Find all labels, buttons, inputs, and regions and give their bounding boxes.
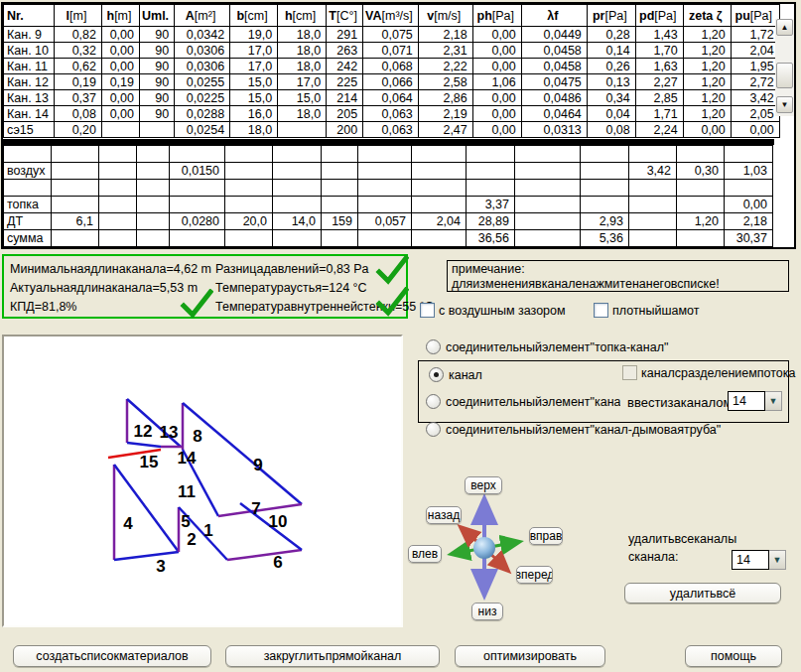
table-cell — [412, 197, 467, 213]
table-cell — [137, 230, 170, 247]
move-up-button[interactable]: верх — [465, 476, 502, 494]
channel-row[interactable]: Кан. 90,820,00900,034219,018,02910,0752,… — [4, 27, 780, 43]
channel-number-label: 15 — [140, 454, 159, 470]
table-cell: 200 — [327, 122, 363, 138]
table-cell — [273, 163, 322, 180]
air-gap-label: с воздушным зазором — [439, 304, 566, 318]
optimize-button[interactable]: оптимизировать — [455, 645, 605, 667]
note-box: примечание: дляизменениявканаленажмитена… — [447, 260, 789, 292]
air-gap-checkbox[interactable] — [420, 303, 435, 318]
table-cell — [99, 180, 137, 197]
delete-all-button[interactable]: удалитьвсё — [624, 583, 781, 604]
table-cell: 214 — [327, 90, 363, 106]
channel-chimney-radio[interactable] — [426, 422, 441, 437]
flow-split-option[interactable]: каналсразделениемпотока — [622, 365, 796, 380]
move-back-button[interactable]: назад — [426, 506, 462, 524]
table-cell: 0,00 — [102, 106, 140, 122]
scrollbar-thumb[interactable] — [776, 63, 793, 88]
create-material-list-button[interactable]: создатьсписокматериалов — [13, 645, 211, 667]
channel-row[interactable]: Кан. 140,080,00900,028816,018,02050,0632… — [4, 106, 780, 122]
table-cell — [52, 230, 99, 247]
table-cell — [725, 146, 773, 163]
table-cell: 0,0306 — [175, 59, 230, 74]
table-cell: 0,0486 — [521, 90, 587, 106]
table-cell: 1,06 — [472, 74, 521, 90]
table-cell: 0,62 — [55, 59, 102, 74]
table-cell: 0,063 — [363, 122, 419, 138]
channel-row[interactable]: Кан. 120,190,19900,025515,017,02250,0662… — [4, 74, 780, 90]
table-cell — [322, 163, 358, 180]
table-cell: 2,24 — [635, 122, 683, 138]
table-cell: 225 — [327, 74, 363, 90]
channel-label: канал — [449, 368, 482, 382]
move-forward-button[interactable]: вперед — [516, 566, 553, 584]
channel-row[interactable]: сэ150,200,025418,02000,0632,470,000,0313… — [4, 122, 780, 138]
table-cell: 14,0 — [273, 213, 322, 230]
round-straight-channel-button[interactable]: закруглитьпрямойканал — [225, 645, 440, 667]
table-cell: 6,1 — [52, 213, 99, 230]
table-cell: 0,30 — [677, 163, 725, 180]
table-cell: 2,04 — [731, 43, 779, 59]
checkmark-icon — [375, 255, 409, 285]
channel-number-label: 12 — [134, 423, 153, 440]
chamotte-option[interactable]: плотныйшамот — [594, 303, 699, 318]
table-cell: 159 — [322, 213, 358, 230]
table-cell: 15,0 — [230, 74, 278, 90]
table-cell: 18,0 — [230, 122, 278, 138]
move-right-button[interactable]: вправ — [529, 527, 563, 545]
scroll-down-button[interactable]: ▼ — [776, 96, 793, 113]
air-gap-option[interactable]: с воздушным зазором — [420, 303, 566, 318]
table-cell — [515, 163, 581, 180]
table-cell: сумма — [4, 230, 52, 247]
channel-channel-radio[interactable] — [426, 394, 441, 409]
table-cell: 0,0288 — [175, 106, 230, 122]
delete-from-channel-select[interactable]: 14 ▼ — [732, 550, 786, 570]
table-cell: ДТ — [4, 213, 52, 230]
table-cell: 36,56 — [467, 230, 515, 247]
channel-chimney-option[interactable]: соединительныйэлемент"канал-дымоваятруба… — [426, 422, 721, 437]
channel-row[interactable]: Кан. 130,370,00900,022515,015,02140,0642… — [4, 90, 780, 106]
table-cell — [358, 197, 412, 213]
table-cell: 18,0 — [278, 59, 327, 74]
insert-after-channel-select[interactable]: 14 ▼ — [728, 391, 782, 411]
table-cell — [137, 163, 170, 180]
table-cell: 0,00 — [102, 27, 140, 43]
table-cell: 0,0150 — [170, 163, 225, 180]
channel-channel-option[interactable]: соединительныйэлемент"канал- к — [426, 394, 620, 409]
table-cell: 0,071 — [363, 43, 419, 59]
channel-number-label: 9 — [253, 457, 262, 473]
help-button[interactable]: помощь — [685, 645, 782, 667]
channel-chimney-label: соединительныйэлемент"канал-дымоваятруба… — [446, 423, 721, 437]
table-cell: 291 — [327, 27, 363, 43]
table-cell — [225, 146, 273, 163]
chevron-down-icon[interactable]: ▼ — [769, 550, 786, 570]
table-cell — [137, 197, 170, 213]
table-cell — [412, 146, 467, 163]
table-cell: топка — [4, 197, 52, 213]
move-left-button[interactable]: влев — [408, 545, 442, 563]
move-down-button[interactable]: низ — [471, 603, 503, 620]
furnace-channel-radio[interactable] — [426, 339, 441, 354]
channel-radio[interactable] — [429, 367, 444, 382]
table-cell: 20,0 — [225, 213, 273, 230]
channel-row[interactable]: Кан. 110,620,00900,030617,018,02420,0682… — [4, 59, 780, 74]
flow-split-label: каналсразделениемпотока — [641, 366, 796, 380]
channel-option[interactable]: канал — [429, 367, 482, 382]
table-cell — [629, 213, 677, 230]
channel-number-label: 13 — [160, 424, 179, 441]
scroll-up-button[interactable]: ▲ — [776, 19, 793, 36]
channel-row[interactable]: Кан. 100,320,00900,030617,018,02630,0712… — [4, 43, 780, 59]
table-cell: 263 — [327, 43, 363, 59]
furnace-channel-option[interactable]: соединительныйэлемент"топка-канал" — [426, 339, 668, 354]
table-cell — [52, 197, 99, 213]
flow-split-checkbox[interactable] — [622, 365, 637, 380]
table-cell: 3,42 — [629, 163, 677, 180]
channel-channel-label: соединительныйэлемент"канал- к — [446, 395, 620, 409]
table-cell — [515, 213, 581, 230]
chamotte-checkbox[interactable] — [594, 303, 608, 318]
table-cell: 0,00 — [472, 27, 521, 43]
table-cell — [273, 180, 322, 197]
table-cell: воздух — [4, 163, 52, 180]
chevron-down-icon[interactable]: ▼ — [765, 391, 782, 411]
table-scrollbar[interactable]: ▲ ▼ — [775, 19, 794, 116]
